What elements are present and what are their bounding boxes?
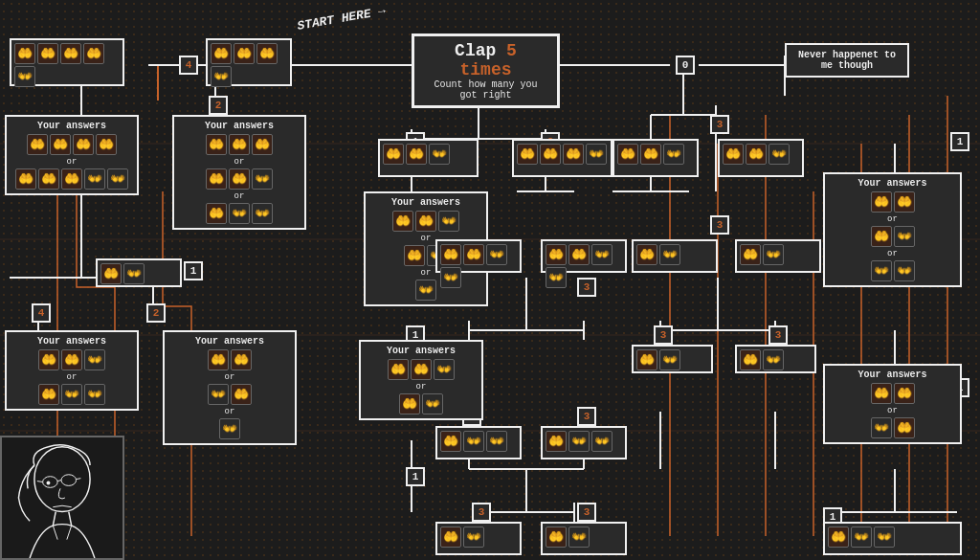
hand-icon: 🤲 [617, 144, 638, 165]
hand-icon: 👐 [84, 168, 105, 190]
answers-lower-second: Your answers 🤲 🤲 or 👐 🤲 or 👐 [163, 330, 297, 445]
hand-icon: 👐 [659, 244, 680, 265]
hand-icon: 🤲 [546, 431, 567, 452]
number-3-right-upper: 3 [710, 115, 729, 134]
hand-icon: 👐 [486, 431, 507, 452]
hand-icon: 👐 [568, 431, 590, 452]
number-4-lower: 4 [32, 303, 51, 323]
clap-title: Clap 5 times [424, 41, 547, 79]
hand-icon: 🤲 [568, 244, 590, 265]
hand-icon: 🤲 [740, 349, 761, 370]
node-bottom-left: 🤲 👐 [435, 522, 522, 555]
node-bottom-right: 🤲 👐 [541, 522, 627, 555]
hand-icon: 👐 [252, 203, 273, 224]
hand-icon: 👐 [591, 244, 612, 265]
number-3-lower-left: 3 [472, 503, 491, 522]
character-svg [2, 437, 122, 558]
number-2-lower: 2 [146, 303, 166, 323]
hand-icon: 🤲 [388, 359, 409, 380]
number-3-lower-right: 3 [577, 503, 596, 522]
number-3-center-right: 3 [577, 407, 596, 426]
svg-rect-62 [2, 437, 122, 558]
hand-icon: 🤲 [871, 191, 892, 213]
hand-icon: 🤲 [871, 226, 892, 247]
never-happened-box: Never happenet to me though [785, 43, 909, 78]
hand-icon: 👐 [422, 393, 443, 414]
hand-icon: 🤲 [440, 526, 461, 548]
hand-icon: 👐 [440, 267, 461, 288]
hand-icon: 🤲 [256, 43, 278, 64]
number-3-right-mid: 3 [710, 215, 729, 235]
node-right-lower-left: 🤲 👐 [632, 345, 713, 373]
hand-icon: 🤲 [404, 245, 425, 266]
node-center-mid-right: 🤲 🤲 👐 👐 [541, 239, 627, 273]
answers-label: Your answers [369, 197, 482, 208]
node-right-mid-left: 🤲 👐 [632, 239, 718, 273]
hand-icon: 🤲 [406, 144, 427, 165]
hand-icon: 🤲 [463, 244, 484, 265]
hand-icon: 🤲 [73, 134, 94, 155]
hand-icon: 🤲 [234, 43, 255, 64]
hand-icon: 🤲 [38, 349, 59, 370]
never-happened-text: Never happenet to me though [798, 50, 896, 71]
hand-icon: 🤲 [640, 144, 661, 165]
or-label2: or [178, 191, 301, 201]
node-center-top: 🤲 🤲 👐 [378, 139, 479, 177]
hand-icon: 🤲 [231, 349, 252, 370]
hand-icon: 🤲 [411, 359, 432, 380]
answers-label: Your answers [829, 178, 956, 189]
node-leftmid: 🤲 👐 [96, 258, 182, 287]
hand-icon: 🤲 [206, 203, 227, 224]
hand-icon: 🤲 [15, 168, 36, 190]
hand-icon: 👐 [463, 431, 484, 452]
hand-icon: 🤲 [440, 431, 461, 452]
hand-icon: 👐 [871, 417, 892, 438]
hand-icon: 🤲 [636, 349, 657, 370]
or-label: or [365, 382, 478, 392]
node-right-mid-right: 🤲 👐 [735, 239, 821, 273]
hand-icon: 🤲 [392, 211, 413, 232]
hand-icon: 🤲 [38, 168, 59, 190]
hand-icon: 👐 [219, 418, 240, 439]
hand-icon: 🤲 [252, 134, 273, 155]
hand-icon: 🤲 [100, 263, 122, 284]
answers-label: Your answers [11, 336, 133, 347]
hand-icon: 🤲 [399, 393, 420, 414]
hand-icon: 🤲 [60, 43, 81, 64]
hand-icon: 🤲 [540, 144, 561, 165]
hand-icon: 🤲 [206, 134, 227, 155]
hand-icon: 🤲 [229, 168, 250, 190]
hand-icon: 👐 [438, 211, 459, 232]
answers-label: Your answers [365, 346, 478, 356]
hand-icon: 🤲 [61, 349, 82, 370]
answers-far-right-lower: Your answers 🤲 🤲 or 👐 🤲 [823, 364, 962, 444]
or-label: or [829, 406, 956, 415]
hand-icon: 👐 [763, 349, 784, 370]
hand-icon: 🤲 [740, 244, 761, 265]
hand-icon: 👐 [586, 144, 607, 165]
node-right-lower-right: 🤲 👐 [735, 345, 816, 373]
hand-icon: 🤲 [563, 144, 584, 165]
hand-icon: 🤲 [871, 383, 892, 404]
hand-icon: 👐 [107, 168, 128, 190]
answers-far-right-upper: Your answers 🤲 🤲 or 🤲 👐 or 👐 👐 [823, 172, 962, 287]
or-label: or [168, 372, 291, 382]
hand-icon: 👐 [211, 66, 232, 87]
clap-subtitle: Count how many you got right [424, 79, 547, 101]
hand-icon: 👐 [894, 226, 915, 247]
answers-topleft: Your answers 🤲 🤲 🤲 🤲 or 🤲 🤲 🤲 👐 👐 [5, 115, 139, 195]
clap-number: 5 [506, 41, 517, 60]
or-label: or [829, 214, 956, 224]
hand-icon: 🤲 [37, 43, 58, 64]
hand-icon: 👐 [874, 526, 895, 548]
node-center-lower-left: 🤲 👐 👐 [435, 426, 522, 459]
hand-icon: 🤲 [14, 43, 35, 64]
answers-label: Your answers [168, 336, 291, 347]
hand-icon: 🤲 [211, 43, 232, 64]
hand-icon: 🤲 [38, 384, 59, 405]
hand-icon: 🤲 [83, 43, 104, 64]
node-far-right-bottom: 🤲 👐 👐 [823, 522, 962, 555]
node-right-upper-left: 🤲 🤲 👐 [612, 139, 699, 177]
hand-icon: 🤲 [61, 168, 82, 190]
hand-icon: 👐 [208, 384, 229, 405]
